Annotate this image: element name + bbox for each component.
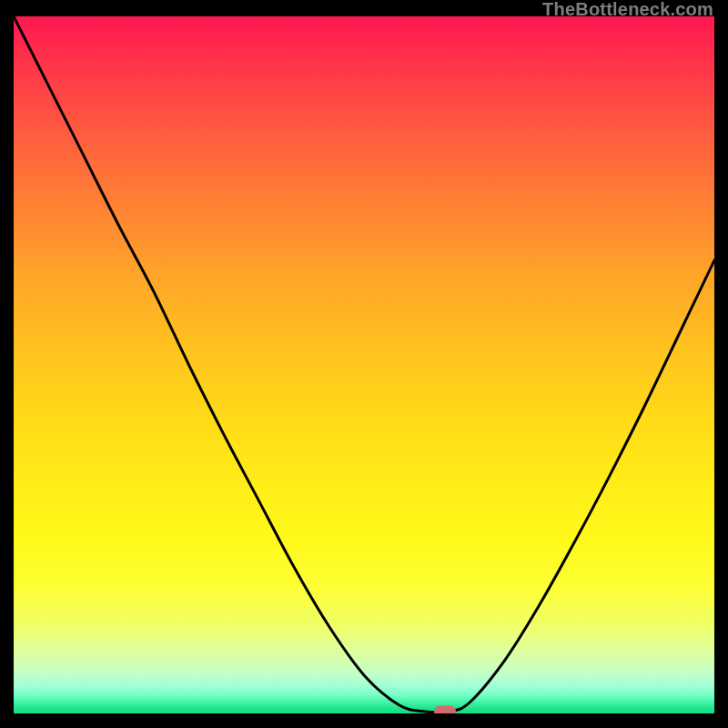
optimal-point-marker: [434, 705, 456, 713]
bottleneck-curve: [14, 16, 714, 713]
plot-area: [14, 16, 714, 713]
chart-frame: TheBottleneck.com: [0, 0, 728, 728]
